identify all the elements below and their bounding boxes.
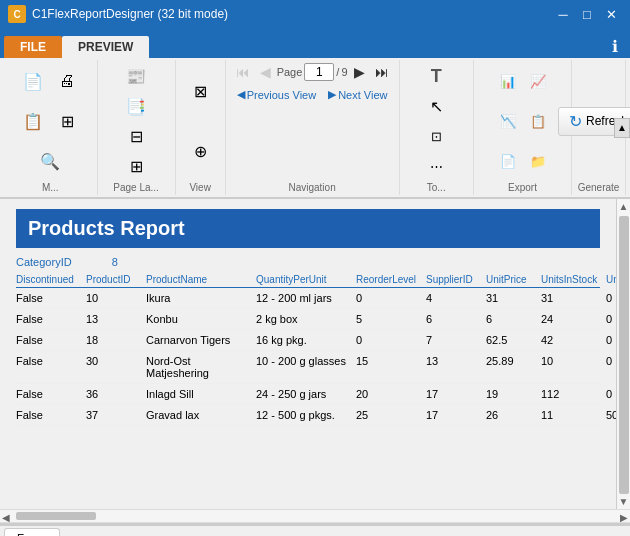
cell-qtyperunit: 16 kg pkg. bbox=[256, 334, 356, 346]
print-icon: 🖨 bbox=[56, 70, 78, 92]
zoom-plus-button[interactable]: ⊕ bbox=[184, 137, 216, 165]
layout-btn-2[interactable]: 📑 bbox=[120, 92, 152, 120]
prev-view-button[interactable]: ◀ Previous View bbox=[233, 86, 321, 103]
export-content: 📊 📈 📉 📋 📄 📁 bbox=[482, 62, 563, 180]
cell-productname: Nord-Ost Matjeshering bbox=[146, 355, 256, 379]
text-tool-button[interactable]: T bbox=[420, 62, 452, 90]
info-icon[interactable]: ℹ bbox=[604, 35, 626, 58]
ribbon-group-main: 📄 🖨 📋 ⊞ 🔍 M... bbox=[4, 60, 98, 195]
cell-reorderlevel: 25 bbox=[356, 409, 426, 421]
print-button[interactable]: 🖨 bbox=[51, 67, 83, 95]
view-report-button[interactable]: 📄 bbox=[17, 67, 49, 95]
export-btn-6[interactable]: 📁 bbox=[524, 147, 552, 175]
tab-preview[interactable]: PREVIEW bbox=[62, 36, 149, 58]
export-icon-5: 📄 bbox=[500, 153, 516, 169]
report-scroll-area[interactable]: Products Report CategoryID 8 Discontinue… bbox=[0, 199, 616, 509]
more-tools-button[interactable]: ⋯ bbox=[422, 152, 450, 180]
minimize-button[interactable]: ─ bbox=[552, 3, 574, 25]
category-row: CategoryID 8 bbox=[16, 256, 600, 268]
export-icon-6: 📁 bbox=[530, 153, 546, 169]
page-separator: / bbox=[336, 66, 339, 78]
cursor-tool-button[interactable]: ↖ bbox=[420, 92, 452, 120]
col-header-reorderlevel: ReorderLevel bbox=[356, 274, 426, 285]
layout-btn-4[interactable]: ⊞ bbox=[120, 152, 152, 180]
cell-reorderlevel: 15 bbox=[356, 355, 426, 379]
tab-errors[interactable]: Errors bbox=[4, 528, 60, 536]
zoom-plus-icon: ⊕ bbox=[189, 140, 211, 162]
print-preview-icon: 📋 bbox=[22, 110, 44, 132]
cell-discontinued: False bbox=[16, 409, 86, 421]
window-title: C1FlexReportDesigner (32 bit mode) bbox=[32, 7, 552, 21]
cell-qtyperunit: 10 - 200 g glasses bbox=[256, 355, 356, 379]
cell-productname: Konbu bbox=[146, 313, 256, 325]
export-btn-3[interactable]: 📉 bbox=[494, 107, 522, 135]
cell-unitsonorder: 0 bbox=[606, 313, 616, 325]
layout-icon-1: 📰 bbox=[125, 65, 147, 87]
cell-unitsinstock: 31 bbox=[541, 292, 606, 304]
col-header-productname: ProductName bbox=[146, 274, 256, 285]
export-btn-4[interactable]: 📋 bbox=[524, 107, 552, 135]
page-number-input[interactable] bbox=[304, 63, 334, 81]
export-btn-1[interactable]: 📊 bbox=[494, 67, 522, 95]
app-icon: C bbox=[8, 5, 26, 23]
export-btn-5[interactable]: 📄 bbox=[494, 147, 522, 175]
cell-discontinued: False bbox=[16, 355, 86, 379]
horizontal-scrollbar[interactable]: ◀ ▶ bbox=[0, 509, 630, 523]
cell-supplierid: 13 bbox=[426, 355, 486, 379]
ribbon-group-navigation: ⏮ ◀ Page / 9 ▶ ⏭ ◀ Previous View ▶ Next … bbox=[226, 60, 400, 195]
col-header-supplierid: SupplierID bbox=[426, 274, 486, 285]
cell-productid: 30 bbox=[86, 355, 146, 379]
maximize-button[interactable]: □ bbox=[576, 3, 598, 25]
next-view-button[interactable]: ▶ Next View bbox=[324, 86, 391, 103]
cell-productname: Inlagd Sill bbox=[146, 388, 256, 400]
report-content: Products Report CategoryID 8 Discontinue… bbox=[0, 199, 616, 436]
main-group-content: 📄 🖨 📋 ⊞ 🔍 bbox=[12, 62, 89, 180]
view-mode-icon: ⊠ bbox=[189, 80, 211, 102]
view-toggle-button[interactable]: ⊞ bbox=[51, 107, 83, 135]
cell-productname: Carnarvon Tigers bbox=[146, 334, 256, 346]
ribbon-collapse-button[interactable]: ▲ bbox=[614, 118, 630, 138]
next-page-button[interactable]: ▶ bbox=[350, 62, 369, 82]
export-btn-2[interactable]: 📈 bbox=[524, 67, 552, 95]
last-page-button[interactable]: ⏭ bbox=[371, 62, 393, 82]
cell-unitsinstock: 10 bbox=[541, 355, 606, 379]
select-tool-button[interactable]: ⊡ bbox=[422, 122, 450, 150]
tools-content: T ↖ ⊡ ⋯ bbox=[408, 62, 465, 180]
cursor-tool-icon: ↖ bbox=[425, 95, 447, 117]
cell-productid: 36 bbox=[86, 388, 146, 400]
cell-unitsinstock: 11 bbox=[541, 409, 606, 421]
report-title: Products Report bbox=[16, 209, 600, 248]
tab-file[interactable]: FILE bbox=[4, 36, 62, 58]
cell-unitsinstock: 24 bbox=[541, 313, 606, 325]
cell-productname: Ikura bbox=[146, 292, 256, 304]
col-header-unitsonorder: UnitsOnOrder bbox=[606, 274, 616, 285]
category-id-label: CategoryID bbox=[16, 256, 72, 268]
first-page-button[interactable]: ⏮ bbox=[232, 62, 254, 82]
cell-unitsonorder: 0 bbox=[606, 334, 616, 346]
cell-unitprice: 31 bbox=[486, 292, 541, 304]
category-id-value: 8 bbox=[112, 256, 118, 268]
table-row: False 10 Ikura 12 - 200 ml jars 0 4 31 3… bbox=[16, 288, 600, 309]
close-button[interactable]: ✕ bbox=[600, 3, 622, 25]
col-header-qtyperunit: QuantityPerUnit bbox=[256, 274, 356, 285]
nav-page-controls: ⏮ ◀ Page / 9 ▶ ⏭ bbox=[232, 62, 393, 82]
cell-unitprice: 25.89 bbox=[486, 355, 541, 379]
cell-productid: 10 bbox=[86, 292, 146, 304]
cell-productname: Gravad lax bbox=[146, 409, 256, 421]
cell-qtyperunit: 24 - 250 g jars bbox=[256, 388, 356, 400]
cell-discontinued: False bbox=[16, 334, 86, 346]
more-tools-icon: ⋯ bbox=[428, 158, 444, 174]
prev-page-button[interactable]: ◀ bbox=[256, 62, 275, 82]
view-report-icon: 📄 bbox=[22, 70, 44, 92]
ribbon: 📄 🖨 📋 ⊞ 🔍 M... 📰 📑 bbox=[0, 58, 630, 198]
navigation-group-label: Navigation bbox=[288, 180, 335, 193]
view-mode-button[interactable]: ⊠ bbox=[184, 77, 216, 105]
cell-unitsonorder: 50 bbox=[606, 409, 616, 421]
zoom-icon: 🔍 bbox=[39, 150, 61, 172]
layout-btn-1[interactable]: 📰 bbox=[120, 62, 152, 90]
print-preview-button[interactable]: 📋 bbox=[17, 107, 49, 135]
tools-group-label: To... bbox=[427, 180, 446, 193]
vertical-scrollbar[interactable]: ▲ ▼ bbox=[616, 199, 630, 509]
zoom-button[interactable]: 🔍 bbox=[34, 147, 66, 175]
layout-btn-3[interactable]: ⊟ bbox=[120, 122, 152, 150]
